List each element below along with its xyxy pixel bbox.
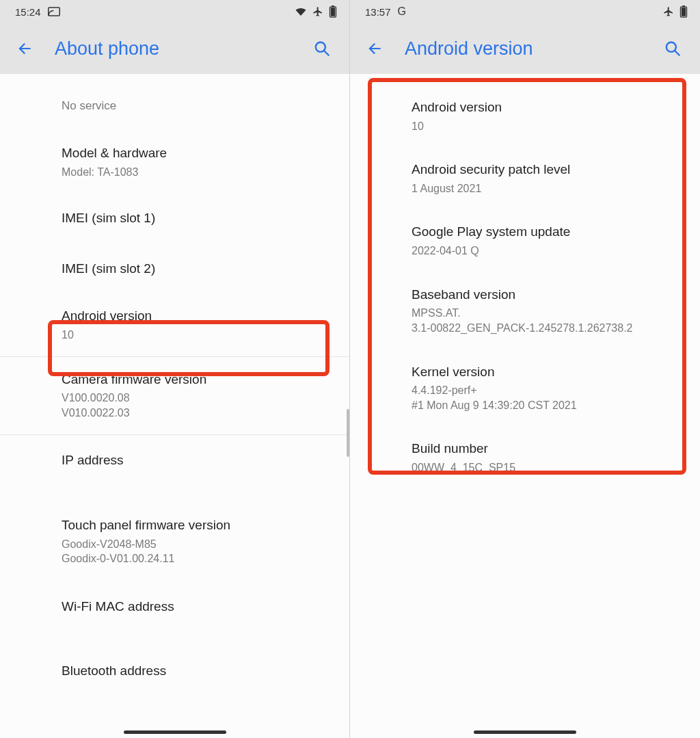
arrow-left-icon (16, 40, 33, 57)
wifi-icon (295, 7, 307, 16)
item-baseband[interactable]: Baseband version MPSS.AT. 3.1-00822_GEN_… (350, 272, 700, 350)
page-title: About phone (55, 38, 159, 60)
search-icon (664, 40, 682, 57)
airplane-icon (312, 6, 323, 17)
app-bar: Android version (350, 23, 700, 74)
svg-line-5 (324, 51, 329, 55)
item-label: No service (62, 98, 333, 114)
item-touch-panel[interactable]: Touch panel firmware version Goodix-V204… (0, 503, 349, 580)
item-label: IP address (62, 451, 333, 469)
google-indicator: G (398, 5, 406, 18)
item-android-version[interactable]: Android version 10 (0, 293, 349, 356)
battery-icon (679, 5, 688, 18)
settings-list: Android version 10 Android security patc… (350, 74, 700, 738)
status-bar: 13:57 G (350, 0, 700, 23)
item-value: 4.4.192-perf+ #1 Mon Aug 9 14:39:20 CST … (412, 383, 684, 412)
item-no-service[interactable]: No service (0, 78, 349, 131)
airplane-icon (663, 6, 674, 17)
item-label: Android security patch level (412, 161, 684, 179)
item-play-system-update[interactable]: Google Play system update 2022-04-01 Q (350, 209, 700, 272)
item-label: IMEI (sim slot 1) (62, 209, 333, 227)
item-security-patch[interactable]: Android security patch level 1 August 20… (350, 147, 700, 209)
phone-left: 15:24 About phone (0, 0, 350, 738)
item-label: Android version (62, 307, 333, 325)
item-camera-firmware[interactable]: Camera firmware version V100.0020.08 V01… (0, 357, 349, 434)
item-value: 2022-04-01 Q (412, 243, 684, 259)
item-value: MPSS.AT. 3.1-00822_GEN_PACK-1.245278.1.2… (412, 306, 684, 335)
gesture-bar[interactable] (124, 730, 226, 734)
item-android-version[interactable]: Android version 10 (350, 78, 700, 147)
status-time: 15:24 (15, 6, 41, 18)
item-label: Wi-Fi MAC address (62, 598, 333, 616)
item-imei-1[interactable]: IMEI (sim slot 1) (0, 193, 349, 243)
battery-icon (329, 5, 337, 18)
item-label: IMEI (sim slot 2) (62, 260, 333, 278)
item-label: Model & hardware (62, 144, 333, 162)
back-button[interactable] (361, 35, 388, 62)
app-bar: About phone (0, 23, 349, 74)
item-kernel[interactable]: Kernel version 4.4.192-perf+ #1 Mon Aug … (350, 350, 700, 427)
svg-rect-8 (682, 8, 686, 16)
page-title: Android version (405, 38, 533, 60)
svg-line-10 (675, 51, 679, 55)
item-label: Baseband version (412, 286, 684, 304)
search-button[interactable] (308, 35, 336, 62)
item-imei-2[interactable]: IMEI (sim slot 2) (0, 243, 349, 294)
item-value: Goodix-V2048-M85 Goodix-0-V01.00.24.11 (62, 537, 333, 566)
gesture-bar[interactable] (474, 730, 576, 734)
item-wifi-mac[interactable]: Wi-Fi MAC address (0, 580, 349, 644)
item-label: Google Play system update (412, 223, 684, 241)
item-label: Kernel version (412, 363, 684, 381)
item-label: Camera firmware version (62, 371, 333, 388)
cast-icon (48, 7, 60, 16)
search-button[interactable] (659, 35, 686, 62)
item-build-number[interactable]: Build number 00WW_4_15C_SP15 (350, 426, 700, 488)
item-label: Bluetooth address (62, 662, 333, 680)
arrow-left-icon (366, 40, 383, 57)
item-label: Touch panel firmware version (62, 516, 333, 534)
svg-rect-3 (331, 8, 335, 16)
item-value: 1 August 2021 (412, 181, 684, 196)
phone-right: 13:57 G Android version (350, 0, 700, 738)
settings-list: No service Model & hardware Model: TA-10… (0, 74, 349, 738)
search-icon (313, 40, 331, 57)
status-time: 13:57 (365, 6, 391, 18)
item-value: 10 (62, 328, 333, 343)
item-value: 00WW_4_15C_SP15 (412, 460, 684, 475)
item-label: Android version (412, 98, 684, 116)
status-bar: 15:24 (0, 0, 349, 23)
item-value: 10 (412, 119, 684, 134)
item-value: V100.0020.08 V010.0022.03 (62, 391, 333, 420)
item-bluetooth[interactable]: Bluetooth address (0, 644, 349, 698)
back-button[interactable] (11, 35, 38, 62)
item-model-hardware[interactable]: Model & hardware Model: TA-1083 (0, 131, 349, 193)
item-ip-address[interactable]: IP address (0, 435, 349, 503)
svg-rect-7 (682, 5, 685, 7)
svg-rect-2 (332, 5, 334, 7)
item-value: Model: TA-1083 (62, 165, 333, 180)
scrollbar[interactable] (347, 409, 349, 457)
item-label: Build number (412, 440, 684, 458)
